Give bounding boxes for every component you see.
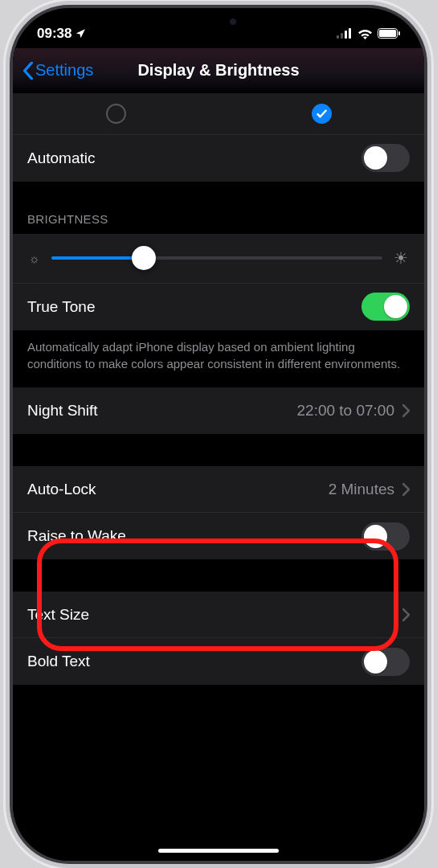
night-shift-row[interactable]: Night Shift 22:00 to 07:00 — [13, 387, 424, 434]
svg-rect-5 — [379, 30, 396, 37]
svg-rect-6 — [398, 31, 400, 35]
svg-rect-2 — [345, 31, 347, 39]
chevron-right-icon — [402, 404, 410, 417]
svg-rect-3 — [349, 28, 351, 39]
auto-lock-row[interactable]: Auto-Lock 2 Minutes — [13, 466, 424, 513]
device-frame: 09:38 Settings Display & Brightness — [13, 8, 424, 861]
true-tone-footer: Automatically adapt iPhone display based… — [13, 330, 424, 388]
sun-small-icon: ☼ — [29, 252, 40, 265]
night-shift-label: Night Shift — [27, 402, 297, 420]
brightness-slider-row: ☼ ☀ — [13, 234, 424, 284]
appearance-selector — [13, 93, 424, 135]
automatic-label: Automatic — [27, 149, 361, 167]
true-tone-toggle[interactable] — [361, 293, 410, 321]
battery-icon — [378, 28, 400, 39]
nav-bar: Settings Display & Brightness — [13, 48, 424, 93]
notch — [126, 8, 311, 35]
night-shift-value: 22:00 to 07:00 — [297, 402, 395, 420]
raise-to-wake-row: Raise to Wake — [13, 513, 424, 559]
automatic-toggle[interactable] — [361, 144, 410, 172]
wifi-icon — [357, 28, 373, 39]
auto-lock-label: Auto-Lock — [27, 481, 329, 498]
appearance-light-radio[interactable] — [106, 104, 126, 124]
auto-lock-value: 2 Minutes — [329, 481, 394, 498]
appearance-dark-radio[interactable] — [312, 104, 332, 124]
sun-large-icon: ☀ — [394, 248, 408, 268]
chevron-left-icon — [22, 62, 34, 80]
brightness-slider[interactable] — [51, 256, 382, 260]
location-icon — [75, 28, 86, 39]
bold-text-toggle[interactable] — [361, 648, 410, 676]
home-indicator[interactable] — [158, 849, 279, 853]
back-button[interactable]: Settings — [22, 61, 93, 80]
bold-text-row: Bold Text — [13, 638, 424, 685]
text-size-row[interactable]: Text Size — [13, 592, 424, 638]
svg-rect-1 — [341, 33, 343, 39]
status-time: 09:38 — [37, 26, 71, 42]
page-title: Display & Brightness — [137, 61, 299, 80]
brightness-header: BRIGHTNESS — [13, 182, 424, 234]
true-tone-row: True Tone — [13, 284, 424, 330]
check-icon — [316, 108, 328, 120]
screen: Settings Display & Brightness Automatic … — [13, 48, 424, 861]
true-tone-label: True Tone — [27, 298, 361, 316]
bold-text-label: Bold Text — [27, 653, 361, 670]
svg-rect-0 — [337, 35, 339, 39]
cellular-icon — [337, 28, 353, 39]
text-size-label: Text Size — [27, 606, 402, 624]
raise-to-wake-toggle[interactable] — [361, 522, 410, 551]
chevron-right-icon — [402, 483, 410, 496]
back-label: Settings — [35, 61, 93, 80]
chevron-right-icon — [402, 608, 410, 621]
raise-to-wake-label: Raise to Wake — [27, 527, 361, 545]
automatic-row: Automatic — [13, 135, 424, 182]
